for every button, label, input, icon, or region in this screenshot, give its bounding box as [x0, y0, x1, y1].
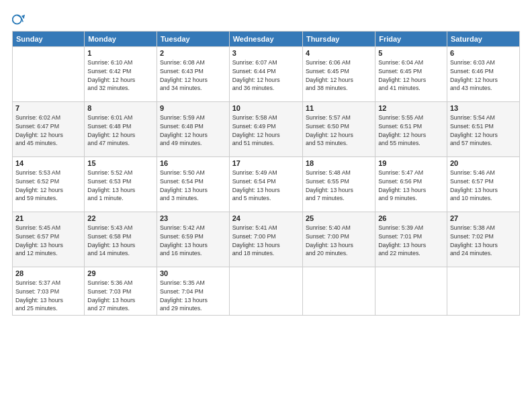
- day-number: 21: [15, 214, 81, 222]
- calendar-cell: 26Sunrise: 5:39 AM Sunset: 7:01 PM Dayli…: [375, 212, 447, 267]
- calendar-cell: [229, 267, 302, 316]
- day-number: 29: [87, 269, 154, 277]
- calendar-cell: 16Sunrise: 5:50 AM Sunset: 6:54 PM Dayli…: [157, 157, 229, 212]
- day-info: Sunrise: 6:07 AM Sunset: 6:44 PM Dayligh…: [232, 58, 300, 93]
- day-info: Sunrise: 5:54 AM Sunset: 6:51 PM Dayligh…: [450, 113, 517, 148]
- day-info: Sunrise: 6:10 AM Sunset: 6:42 PM Dayligh…: [87, 58, 154, 93]
- day-info: Sunrise: 5:45 AM Sunset: 6:57 PM Dayligh…: [15, 224, 81, 258]
- day-info: Sunrise: 6:02 AM Sunset: 6:47 PM Dayligh…: [15, 113, 81, 148]
- calendar-cell: [302, 267, 375, 316]
- calendar-week-4: 21Sunrise: 5:45 AM Sunset: 6:57 PM Dayli…: [13, 212, 520, 267]
- day-number: 16: [160, 159, 226, 167]
- day-number: 3: [232, 49, 300, 57]
- calendar-cell: 21Sunrise: 5:45 AM Sunset: 6:57 PM Dayli…: [13, 212, 85, 267]
- day-number: 15: [87, 159, 154, 167]
- day-number: 18: [306, 159, 372, 167]
- calendar-cell: 15Sunrise: 5:52 AM Sunset: 6:53 PM Dayli…: [85, 157, 157, 212]
- day-number: 7: [15, 104, 81, 112]
- day-number: 6: [450, 49, 517, 57]
- calendar-cell: 19Sunrise: 5:47 AM Sunset: 6:56 PM Dayli…: [375, 157, 447, 212]
- weekday-header-row: SundayMondayTuesdayWednesdayThursdayFrid…: [13, 32, 520, 47]
- weekday-header-tuesday: Tuesday: [157, 32, 229, 47]
- day-info: Sunrise: 5:36 AM Sunset: 7:03 PM Dayligh…: [87, 279, 154, 313]
- weekday-header-friday: Friday: [375, 32, 447, 47]
- calendar-week-5: 28Sunrise: 5:37 AM Sunset: 7:03 PM Dayli…: [13, 267, 520, 316]
- day-info: Sunrise: 6:08 AM Sunset: 6:43 PM Dayligh…: [160, 58, 226, 93]
- calendar-cell: 9Sunrise: 5:59 AM Sunset: 6:48 PM Daylig…: [157, 102, 229, 157]
- day-number: 13: [450, 104, 517, 112]
- day-info: Sunrise: 5:47 AM Sunset: 6:56 PM Dayligh…: [378, 169, 444, 203]
- day-info: Sunrise: 5:38 AM Sunset: 7:02 PM Dayligh…: [450, 224, 517, 258]
- day-info: Sunrise: 5:43 AM Sunset: 6:58 PM Dayligh…: [87, 224, 154, 258]
- day-number: 26: [378, 214, 444, 222]
- day-info: Sunrise: 5:53 AM Sunset: 6:52 PM Dayligh…: [15, 169, 81, 203]
- calendar-cell: 2Sunrise: 6:08 AM Sunset: 6:43 PM Daylig…: [157, 47, 229, 102]
- calendar-cell: 4Sunrise: 6:06 AM Sunset: 6:45 PM Daylig…: [302, 47, 375, 102]
- calendar-cell: 12Sunrise: 5:55 AM Sunset: 6:51 PM Dayli…: [375, 102, 447, 157]
- day-number: 2: [160, 49, 226, 57]
- logo: [12, 12, 28, 27]
- day-number: 24: [232, 214, 300, 222]
- calendar-cell: 14Sunrise: 5:53 AM Sunset: 6:52 PM Dayli…: [13, 157, 85, 212]
- day-info: Sunrise: 5:50 AM Sunset: 6:54 PM Dayligh…: [160, 169, 226, 203]
- day-number: 11: [306, 104, 372, 112]
- day-number: 8: [87, 104, 154, 112]
- calendar-cell: 10Sunrise: 5:58 AM Sunset: 6:49 PM Dayli…: [229, 102, 302, 157]
- calendar-cell: 20Sunrise: 5:46 AM Sunset: 6:57 PM Dayli…: [447, 157, 519, 212]
- day-info: Sunrise: 5:48 AM Sunset: 6:55 PM Dayligh…: [306, 169, 372, 203]
- day-info: Sunrise: 5:41 AM Sunset: 7:00 PM Dayligh…: [232, 224, 300, 258]
- weekday-header-thursday: Thursday: [302, 32, 375, 47]
- day-number: 25: [306, 214, 372, 222]
- day-number: 23: [160, 214, 226, 222]
- weekday-header-sunday: Sunday: [13, 32, 85, 47]
- day-info: Sunrise: 5:35 AM Sunset: 7:04 PM Dayligh…: [160, 279, 226, 313]
- calendar-cell: [447, 267, 519, 316]
- day-number: 5: [378, 49, 444, 57]
- calendar-week-3: 14Sunrise: 5:53 AM Sunset: 6:52 PM Dayli…: [13, 157, 520, 212]
- calendar-cell: 27Sunrise: 5:38 AM Sunset: 7:02 PM Dayli…: [447, 212, 519, 267]
- calendar-cell: 24Sunrise: 5:41 AM Sunset: 7:00 PM Dayli…: [229, 212, 302, 267]
- calendar-cell: 25Sunrise: 5:40 AM Sunset: 7:00 PM Dayli…: [302, 212, 375, 267]
- day-number: 4: [306, 49, 372, 57]
- day-info: Sunrise: 6:03 AM Sunset: 6:46 PM Dayligh…: [450, 58, 517, 93]
- logo-icon: [12, 12, 27, 27]
- day-number: 12: [378, 104, 444, 112]
- day-number: 17: [232, 159, 300, 167]
- day-info: Sunrise: 5:40 AM Sunset: 7:00 PM Dayligh…: [306, 224, 372, 258]
- calendar-cell: 7Sunrise: 6:02 AM Sunset: 6:47 PM Daylig…: [13, 102, 85, 157]
- day-number: 20: [450, 159, 517, 167]
- day-info: Sunrise: 5:37 AM Sunset: 7:03 PM Dayligh…: [15, 279, 81, 313]
- day-info: Sunrise: 5:49 AM Sunset: 6:54 PM Dayligh…: [232, 169, 300, 203]
- calendar-week-2: 7Sunrise: 6:02 AM Sunset: 6:47 PM Daylig…: [13, 102, 520, 157]
- calendar-cell: 11Sunrise: 5:57 AM Sunset: 6:50 PM Dayli…: [302, 102, 375, 157]
- day-info: Sunrise: 6:01 AM Sunset: 6:48 PM Dayligh…: [87, 113, 154, 148]
- day-info: Sunrise: 6:04 AM Sunset: 6:45 PM Dayligh…: [378, 58, 444, 93]
- day-info: Sunrise: 6:06 AM Sunset: 6:45 PM Dayligh…: [306, 58, 372, 93]
- day-info: Sunrise: 5:52 AM Sunset: 6:53 PM Dayligh…: [87, 169, 154, 203]
- day-number: 30: [160, 269, 226, 277]
- calendar-cell: 30Sunrise: 5:35 AM Sunset: 7:04 PM Dayli…: [157, 267, 229, 316]
- calendar-table: SundayMondayTuesdayWednesdayThursdayFrid…: [12, 31, 520, 316]
- day-number: 22: [87, 214, 154, 222]
- header: [12, 12, 520, 27]
- day-info: Sunrise: 5:46 AM Sunset: 6:57 PM Dayligh…: [450, 169, 517, 203]
- day-info: Sunrise: 5:59 AM Sunset: 6:48 PM Dayligh…: [160, 113, 226, 148]
- calendar-cell: 29Sunrise: 5:36 AM Sunset: 7:03 PM Dayli…: [85, 267, 157, 316]
- calendar-cell: [375, 267, 447, 316]
- day-number: 9: [160, 104, 226, 112]
- calendar-cell: 6Sunrise: 6:03 AM Sunset: 6:46 PM Daylig…: [447, 47, 519, 102]
- page: SundayMondayTuesdayWednesdayThursdayFrid…: [0, 0, 532, 411]
- calendar-cell: 3Sunrise: 6:07 AM Sunset: 6:44 PM Daylig…: [229, 47, 302, 102]
- day-info: Sunrise: 5:39 AM Sunset: 7:01 PM Dayligh…: [378, 224, 444, 258]
- day-number: 27: [450, 214, 517, 222]
- weekday-header-wednesday: Wednesday: [229, 32, 302, 47]
- calendar-week-1: 1Sunrise: 6:10 AM Sunset: 6:42 PM Daylig…: [13, 47, 520, 102]
- calendar-cell: 5Sunrise: 6:04 AM Sunset: 6:45 PM Daylig…: [375, 47, 447, 102]
- calendar-cell: 18Sunrise: 5:48 AM Sunset: 6:55 PM Dayli…: [302, 157, 375, 212]
- day-info: Sunrise: 5:58 AM Sunset: 6:49 PM Dayligh…: [232, 113, 300, 148]
- day-number: 1: [87, 49, 154, 57]
- calendar-cell: [13, 47, 85, 102]
- day-number: 19: [378, 159, 444, 167]
- calendar-cell: 13Sunrise: 5:54 AM Sunset: 6:51 PM Dayli…: [447, 102, 519, 157]
- day-info: Sunrise: 5:57 AM Sunset: 6:50 PM Dayligh…: [306, 113, 372, 148]
